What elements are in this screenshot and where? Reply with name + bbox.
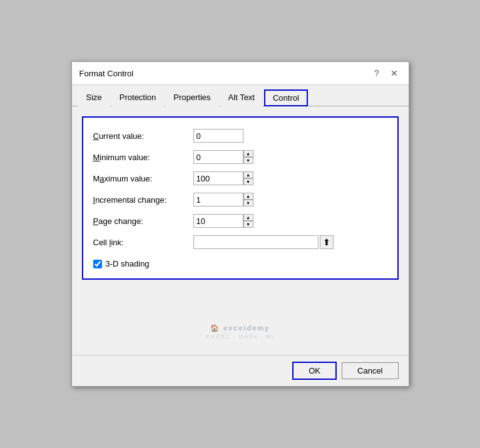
- page-change-row: Page change: ▲ ▼: [93, 213, 387, 229]
- incremental-change-label: Incremental change:: [93, 195, 193, 205]
- cell-link-input-group: ⬆: [193, 235, 334, 249]
- help-button[interactable]: ?: [371, 67, 382, 79]
- current-value-row: Current value:: [93, 128, 387, 144]
- dialog-title: Format Control: [79, 69, 134, 78]
- minimum-value-up[interactable]: ▲: [243, 150, 253, 157]
- watermark: 🏠 exceldemy EXCEL · DATA · BI: [82, 319, 399, 345]
- minimum-value-spinner: ▲ ▼: [243, 150, 253, 164]
- incremental-change-spinner: ▲ ▼: [243, 193, 253, 206]
- maximum-value-up[interactable]: ▲: [243, 171, 253, 178]
- three-d-shading-checkbox[interactable]: [93, 260, 102, 268]
- incremental-change-down[interactable]: ▼: [243, 200, 253, 206]
- cancel-button[interactable]: Cancel: [342, 362, 398, 379]
- minimum-value-input[interactable]: [193, 150, 243, 164]
- page-change-spinner: ▲ ▼: [243, 214, 253, 228]
- tab-properties[interactable]: Properties: [165, 89, 218, 106]
- three-d-shading-label: 3-D shading: [106, 259, 150, 268]
- cell-link-input[interactable]: [193, 235, 319, 249]
- incremental-change-up[interactable]: ▲: [243, 193, 253, 200]
- tab-protection[interactable]: Protection: [111, 89, 165, 106]
- dialog-footer: OK Cancel: [72, 355, 409, 386]
- cell-link-picker-button[interactable]: ⬆: [320, 235, 334, 249]
- watermark-brand: 🏠 exceldemy: [82, 324, 399, 332]
- close-button[interactable]: ✕: [387, 67, 401, 79]
- current-value-input-wrapper: [193, 129, 243, 143]
- maximum-value-down[interactable]: ▼: [243, 178, 253, 185]
- tab-alt-text[interactable]: Alt Text: [220, 89, 263, 106]
- incremental-change-row: Incremental change: ▲ ▼: [93, 191, 387, 208]
- maximum-value-spinner: ▲ ▼: [243, 171, 253, 185]
- tab-size[interactable]: Size: [78, 89, 110, 106]
- maximum-value-input-group: ▲ ▼: [193, 171, 253, 185]
- minimum-value-row: Minimum value: ▲ ▼: [93, 149, 387, 165]
- tab-bar: Size Protection Properties Alt Text Cont…: [72, 85, 409, 106]
- cell-link-label: Cell link:: [93, 238, 193, 247]
- page-change-input[interactable]: [193, 214, 243, 228]
- minimum-value-down[interactable]: ▼: [243, 157, 253, 164]
- page-change-input-group: ▲ ▼: [193, 214, 253, 228]
- maximum-value-row: Maximum value: ▲ ▼: [93, 170, 387, 186]
- incremental-change-input-group: ▲ ▼: [193, 193, 253, 206]
- cell-link-row: Cell link: ⬆: [93, 234, 387, 250]
- current-value-label: Current value:: [93, 131, 193, 141]
- ok-button[interactable]: OK: [292, 362, 337, 380]
- tab-content-control: Current value: Minimum value: ▲ ▼: [72, 106, 409, 355]
- format-control-dialog: Format Control ? ✕ Size Protection Prope…: [71, 61, 409, 387]
- minimum-value-label: Minimum value:: [93, 153, 193, 162]
- maximum-value-input[interactable]: [193, 171, 243, 185]
- maximum-value-label: Maximum value:: [93, 174, 193, 183]
- title-bar: Format Control ? ✕: [72, 62, 409, 85]
- control-panel: Current value: Minimum value: ▲ ▼: [82, 116, 399, 280]
- tab-control[interactable]: Control: [264, 89, 308, 106]
- watermark-tagline: EXCEL · DATA · BI: [82, 333, 399, 340]
- three-d-shading-row: 3-D shading: [93, 259, 387, 268]
- page-change-label: Page change:: [93, 216, 193, 226]
- page-change-down[interactable]: ▼: [243, 221, 253, 228]
- incremental-change-input[interactable]: [193, 193, 243, 206]
- current-value-input[interactable]: [193, 129, 243, 143]
- page-change-up[interactable]: ▲: [243, 214, 253, 221]
- minimum-value-input-group: ▲ ▼: [193, 150, 253, 164]
- title-bar-controls: ? ✕: [371, 67, 401, 79]
